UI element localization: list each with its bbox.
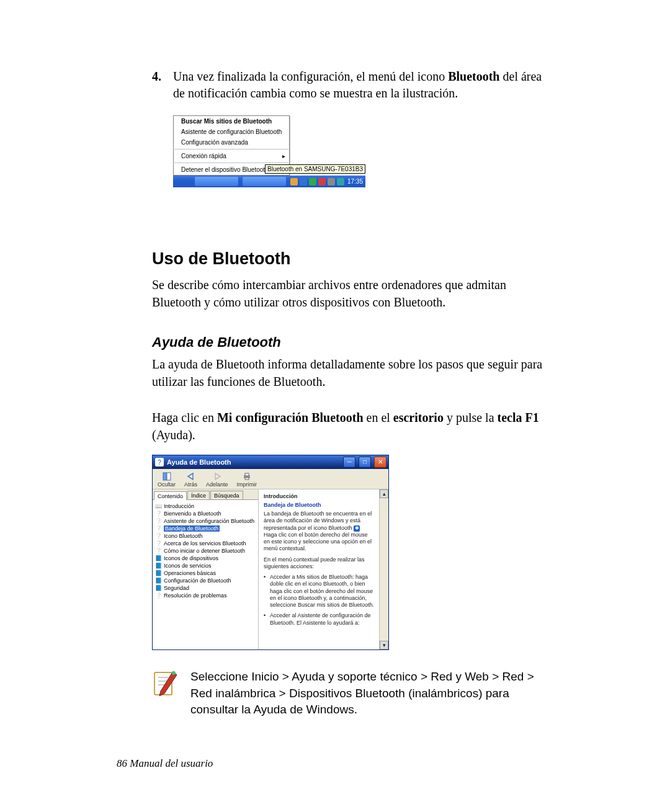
tree-item[interactable]: ❔Bienvenido a Bluetooth [155, 510, 256, 517]
help-window: ? Ayuda de Bluetooth ─ □ ✕ Ocultar Atrás… [152, 455, 389, 650]
scroll-down-button[interactable]: ▾ [380, 641, 388, 649]
tree-item-label: Operaciones básicas [164, 570, 216, 576]
manual-page: 4. Una vez finalizada la configuración, … [0, 0, 670, 812]
taskbar-app-button[interactable] [243, 177, 286, 186]
tree-root-label: Introducción [164, 503, 194, 509]
toolbar-forward-button[interactable]: Adelante [206, 471, 228, 488]
book-icon: 📘 [155, 585, 162, 591]
menu-separator [174, 163, 288, 163]
tree-item[interactable]: 📘Configuración de Bluetooth [155, 577, 256, 584]
close-button[interactable]: ✕ [374, 457, 386, 468]
page-footer: 86 Manual del usuario [117, 757, 213, 770]
tab-contenido[interactable]: Contenido [154, 491, 187, 500]
click-p4: (Ayuda). [152, 428, 195, 442]
footer-label: Manual del usuario [127, 757, 213, 769]
help-tree: 📖Introducción ❔Bienvenido a Bluetooth ❔A… [153, 500, 258, 602]
tree-item-selected[interactable]: ❔Bandeja de Bluetooth [155, 525, 256, 532]
tree-root-introduccion[interactable]: 📖Introducción [155, 502, 256, 510]
content-h2: Bandeja de Bluetooth [264, 502, 375, 508]
step4-text-a: Una vez finalizada la configuración, el … [173, 69, 448, 83]
book-icon: 📘 [155, 563, 162, 569]
click-p3: y pulse la [444, 411, 498, 424]
tree-item[interactable]: ❔Acerca de los servicios Bluetooth [155, 540, 256, 547]
open-book-icon: 📖 [155, 503, 162, 509]
toolbar-print-label: Imprimir [237, 481, 257, 488]
back-arrow-icon [184, 471, 197, 481]
minimize-button[interactable]: ─ [343, 457, 355, 468]
tree-item-label: Configuración de Bluetooth [164, 578, 231, 584]
help-titlebar: ? Ayuda de Bluetooth ─ □ ✕ [153, 455, 388, 469]
menu-item-quick-connect[interactable]: Conexión rápida ▸ [174, 151, 289, 161]
toolbar-print-button[interactable]: Imprimir [237, 471, 257, 488]
toolbar-hide-label: Ocultar [158, 481, 176, 488]
nav-tabs: Contenido Índice Búsqueda [153, 489, 258, 500]
content-p1b-text: Haga clic con el botón derecho del mouse… [264, 532, 372, 552]
tree-item-label: Iconos de dispositivos [164, 555, 218, 561]
print-icon [237, 471, 257, 481]
tree-item-label: Iconos de servicios [164, 563, 212, 569]
tray-icon[interactable] [318, 178, 326, 185]
content-li1: Acceder a Mis sitios de Bluetooth: haga … [264, 574, 375, 609]
taskbar-clock: 17:35 [347, 178, 363, 185]
tree-item-label: Seguridad [164, 585, 189, 591]
subsection-heading-ayuda: Ayuda de Bluetooth [152, 334, 549, 350]
tray-icon[interactable] [337, 178, 344, 185]
svg-point-8 [172, 671, 176, 675]
taskbar-app-button[interactable] [195, 177, 238, 186]
tree-item[interactable]: ❔Icono Bluetooth [155, 532, 256, 540]
tree-item-label: Resolución de problemas [164, 592, 227, 599]
menu-item-advanced-config[interactable]: Configuración avanzada [174, 137, 289, 148]
submenu-arrow-icon: ▸ [282, 153, 285, 159]
maximize-button[interactable]: □ [359, 457, 371, 468]
help-body: Contenido Índice Búsqueda 📖Introducción … [153, 489, 388, 649]
svg-text:?: ? [158, 459, 161, 466]
svg-rect-2 [163, 473, 166, 480]
menu-item-search-sites[interactable]: Buscar Mis sitios de Bluetooth [174, 116, 289, 127]
tree-item[interactable]: 📘Iconos de servicios [155, 562, 256, 569]
menu-item-config-assistant[interactable]: Asistente de configuración Bluetooth [174, 127, 289, 137]
tab-busqueda[interactable]: Búsqueda [210, 491, 243, 499]
page-icon: ❔ [155, 540, 162, 547]
toolbar-hide-button[interactable]: Ocultar [158, 471, 176, 488]
content-scrollbar[interactable] [379, 489, 388, 649]
tree-item[interactable]: 📘Operaciones básicas [155, 569, 256, 577]
tray-icon[interactable] [300, 178, 307, 185]
tray-icon[interactable] [309, 178, 316, 185]
step4-bold: Bluetooth [448, 69, 499, 83]
menu-separator [174, 149, 288, 149]
subsection-paragraph: La ayuda de Bluetooth informa detalladam… [152, 355, 549, 390]
taskbar: 17:35 [173, 176, 365, 187]
tree-item-label: Acerca de los servicios Bluetooth [164, 540, 246, 547]
step-body: Una vez finalizada la configuración, el … [173, 68, 549, 102]
click-b1: Mi configuración Bluetooth [217, 411, 364, 424]
note-text: Seleccione Inicio > Ayuda y soporte técn… [190, 669, 549, 718]
scroll-up-button[interactable]: ▴ [380, 489, 388, 498]
toolbar-forward-label: Adelante [206, 481, 228, 488]
click-b3: tecla F1 [498, 411, 539, 424]
svg-rect-3 [167, 473, 171, 480]
tray-tooltip: Bluetooth en SAMSUNG-7E031B3 [265, 164, 365, 174]
help-content-pane: Introducción Bandeja de Bluetooth La ban… [259, 489, 388, 649]
tree-item[interactable]: 📘Seguridad [155, 584, 256, 592]
toolbar-back-button[interactable]: Atrás [184, 471, 197, 488]
tree-item[interactable]: ❔Cómo iniciar o detener Bluetooth [155, 547, 256, 555]
page-icon: ❔ [155, 525, 162, 532]
tree-item-label: Icono Bluetooth [164, 533, 203, 539]
help-toolbar: Ocultar Atrás Adelante Imprimir [153, 469, 388, 489]
tray-icon[interactable] [328, 178, 335, 185]
tree-item[interactable]: ❔Asistente de configuración Bluetooth [155, 517, 256, 525]
hide-icon [158, 471, 176, 481]
step-number: 4. [152, 68, 164, 102]
click-instruction: Haga clic en Mi configuración Bluetooth … [152, 409, 549, 444]
tree-item[interactable]: 📘Iconos de dispositivos [155, 555, 256, 562]
tray-icon[interactable] [290, 178, 298, 185]
svg-rect-5 [245, 473, 249, 476]
tree-item[interactable]: ❔Resolución de problemas [155, 592, 256, 599]
forward-arrow-icon [206, 471, 228, 481]
content-h1: Introducción [264, 493, 375, 499]
content-p1: La bandeja de Bluetooth se encuentra en … [264, 511, 375, 553]
tab-indice[interactable]: Índice [187, 491, 210, 499]
help-window-title: Ayuda de Bluetooth [167, 458, 340, 466]
page-icon: ❔ [155, 511, 162, 517]
menu-item-quick-connect-label: Conexión rápida [181, 153, 226, 159]
